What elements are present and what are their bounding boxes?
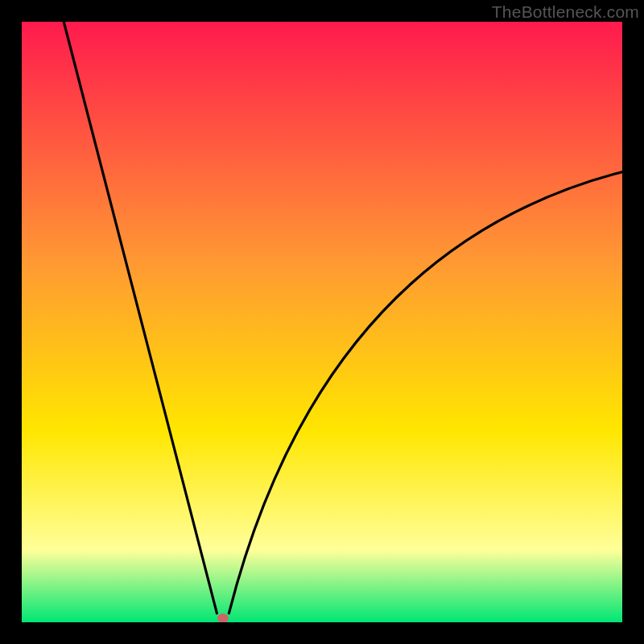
bottleneck-chart xyxy=(22,22,622,622)
chart-frame xyxy=(22,22,622,622)
watermark-text: TheBottleneck.com xyxy=(492,2,639,22)
gradient-bg xyxy=(22,22,622,622)
